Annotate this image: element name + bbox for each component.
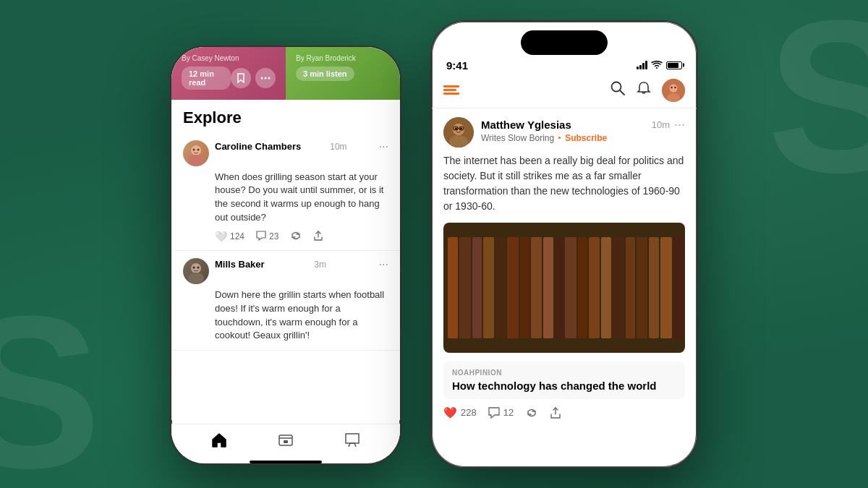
svg-point-3 [191,145,201,155]
book-11 [565,237,576,338]
battery-icon [666,61,682,69]
comment-icon-matthew [488,407,500,419]
book-10 [555,237,563,338]
publication-name: Writes Slow Boring [481,133,554,143]
post-meta-caroline: Caroline Chambers 10m ··· [209,140,388,153]
card-read-time-pink: 12 min read [182,67,276,90]
share-icon-matthew [550,407,561,419]
bookmark-button[interactable] [231,68,251,88]
share-svg [313,231,323,241]
share-icon-caroline [313,231,323,243]
notification-icon [636,80,652,96]
article-title: How technology has changed the world [452,380,676,392]
comment-action-caroline[interactable]: 23 [256,231,278,243]
book-13 [589,237,600,338]
svg-point-18 [674,86,676,88]
article-label: NOAHPINION [452,369,676,377]
book-19 [660,237,672,338]
avatar-mills [183,258,209,284]
comment-svg [256,231,266,241]
more-icon-mills[interactable]: ··· [379,258,388,271]
signal-bar-4 [645,61,647,69]
post-time-mills: 3m [314,260,326,270]
right-post-header: Matthew Yglesias 10m ··· Writes Slow Bor… [443,117,685,147]
main-post: Matthew Yglesias 10m ··· Writes Slow Bor… [432,108,697,428]
user-avatar[interactable] [662,79,685,102]
post-time-matthew: 10m [652,119,670,130]
svg-point-5 [193,148,195,150]
ellipsis-icon [260,77,271,80]
read-time-pink: 12 min read [182,67,231,90]
share-action-caroline[interactable] [313,231,323,243]
post-item-mills[interactable]: Mills Baker 3m ··· Down here the grillin… [171,251,400,351]
book-8 [531,237,542,338]
post-meta-mills: Mills Baker 3m ··· [209,258,388,271]
book-17 [637,237,647,338]
share-action-matthew[interactable] [550,407,561,419]
notifications-button[interactable] [636,80,652,100]
heart-icon-caroline: 🤍 [215,231,227,242]
like-action-caroline[interactable]: 🤍 124 [215,231,244,242]
card-read-time-green: 3 min listen [296,67,390,81]
like-count-caroline: 124 [230,231,244,241]
right-post-meta: Matthew Yglesias 10m ··· Writes Slow Bor… [474,117,685,143]
wifi-icon [651,61,663,69]
svg-point-1 [265,77,267,79]
book-3 [472,237,482,338]
dynamic-island [521,30,608,55]
book-14 [601,237,611,338]
card-green: By Ryan Broderick 3 min listen [286,47,400,100]
comment-count-caroline: 23 [269,231,278,241]
card-pink: By Casey Newton 12 min read [171,47,286,100]
search-button[interactable] [610,80,626,100]
book-6 [507,237,519,338]
publication-row: Writes Slow Boring Subscribe [481,133,685,143]
book-15 [613,237,624,338]
restack-action-caroline[interactable] [290,231,302,243]
battery-fill [668,63,678,68]
app-header [432,74,697,108]
comment-action-matthew[interactable]: 12 [488,407,514,419]
more-icon-caroline[interactable]: ··· [379,140,388,153]
book-18 [649,237,659,338]
like-action-matthew[interactable]: ❤️ 228 [443,406,477,419]
heart-icon-matthew: ❤️ [443,406,457,419]
comment-icon-caroline [256,231,266,243]
author-name-mills: Mills Baker [215,259,265,270]
post-item-caroline[interactable]: Caroline Chambers 10m ··· When does gril… [171,133,400,251]
signal-bar-1 [637,67,639,69]
more-button-pink[interactable] [255,68,276,88]
book-2 [459,237,471,338]
article-card[interactable]: NOAHPINION How technology has changed th… [443,361,685,399]
bookshelf-shelf [443,223,685,353]
user-avatar-img [662,79,685,102]
svg-point-2 [268,77,271,79]
svg-point-4 [188,155,204,166]
left-phone: By Casey Newton 12 min read [170,46,401,465]
avatar-caroline-img [183,140,209,166]
restack-icon-caroline [290,231,302,243]
more-button-matthew[interactable]: ··· [674,117,685,132]
substack-logo[interactable] [443,85,459,95]
logo-line-3 [443,93,459,95]
svg-point-9 [193,266,195,268]
comment-count-matthew: 12 [503,407,514,418]
logo-line-1 [443,85,459,87]
status-time: 9:41 [446,59,468,72]
like-count-matthew: 228 [461,407,477,418]
author-matthew: Matthew Yglesias [481,119,571,131]
post-header-caroline: Caroline Chambers 10m ··· [183,140,388,166]
subscribe-button[interactable]: Subscribe [565,133,607,143]
signal-bar-2 [639,65,642,69]
read-time-green: 3 min listen [296,67,354,81]
card-author-casey: By Casey Newton [182,54,276,62]
time-more-row: 10m ··· [652,117,685,132]
svg-point-0 [261,77,263,79]
bookshelf-image [443,223,685,353]
book-9 [543,237,553,338]
avatar-mills-img [183,258,209,284]
restack-action-matthew[interactable] [525,407,538,419]
svg-point-7 [191,263,201,273]
book-4 [483,237,494,338]
right-post-actions: ❤️ 228 12 [443,406,685,419]
